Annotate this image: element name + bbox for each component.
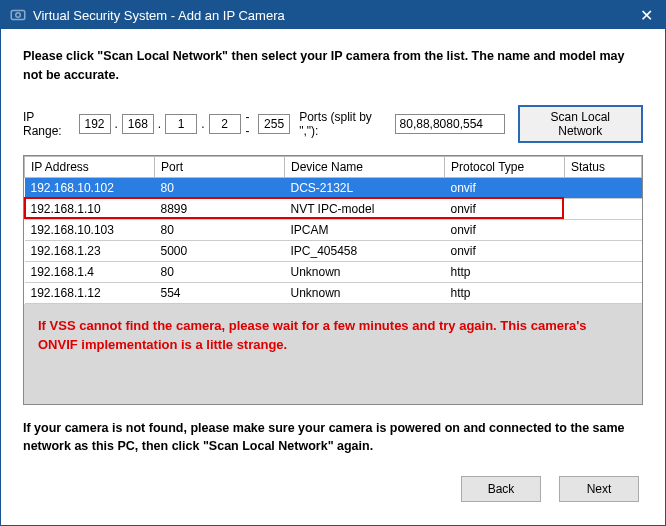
cell-status bbox=[565, 261, 642, 282]
cell-ip: 192.168.10.103 bbox=[25, 219, 155, 240]
svg-rect-0 bbox=[11, 11, 25, 20]
cell-device: DCS-2132L bbox=[285, 177, 445, 198]
warning-note: If VSS cannot find the camera, please wa… bbox=[38, 316, 628, 355]
table-row[interactable]: 192.168.1.108899NVT IPC-modelonvif bbox=[25, 198, 642, 219]
camera-table-container: IP Address Port Device Name Protocol Typ… bbox=[23, 155, 643, 405]
ip-range-label: IP Range: bbox=[23, 110, 74, 138]
table-header-row: IP Address Port Device Name Protocol Typ… bbox=[25, 156, 642, 177]
cell-port: 8899 bbox=[155, 198, 285, 219]
dot: . bbox=[114, 117, 119, 131]
cell-ip: 192.168.1.23 bbox=[25, 240, 155, 261]
table-row[interactable]: 192.168.1.12554Unknownhttp bbox=[25, 282, 642, 303]
dot: . bbox=[157, 117, 162, 131]
svg-point-1 bbox=[16, 13, 21, 18]
cell-port: 554 bbox=[155, 282, 285, 303]
cell-ip: 192.168.1.4 bbox=[25, 261, 155, 282]
cell-proto: http bbox=[445, 282, 565, 303]
ports-input[interactable] bbox=[395, 114, 505, 134]
ip-range-row: IP Range: . . . -- Ports (split by ","):… bbox=[23, 105, 643, 143]
col-header-proto[interactable]: Protocol Type bbox=[445, 156, 565, 177]
cell-port: 80 bbox=[155, 261, 285, 282]
footer-instruction: If your camera is not found, please make… bbox=[23, 419, 643, 457]
dot: . bbox=[200, 117, 205, 131]
table-row[interactable]: 192.168.10.10280DCS-2132Lonvif bbox=[25, 177, 642, 198]
table-row[interactable]: 192.168.1.235000IPC_405458onvif bbox=[25, 240, 642, 261]
cell-device: Unknown bbox=[285, 261, 445, 282]
col-header-device[interactable]: Device Name bbox=[285, 156, 445, 177]
table-row[interactable]: 192.168.1.480Unknownhttp bbox=[25, 261, 642, 282]
cell-device: IPCAM bbox=[285, 219, 445, 240]
cell-proto: onvif bbox=[445, 177, 565, 198]
next-button[interactable]: Next bbox=[559, 476, 639, 502]
cell-status bbox=[565, 282, 642, 303]
cell-status bbox=[565, 219, 642, 240]
cell-port: 80 bbox=[155, 219, 285, 240]
col-header-port[interactable]: Port bbox=[155, 156, 285, 177]
cell-proto: http bbox=[445, 261, 565, 282]
app-icon bbox=[9, 6, 27, 24]
ip-octet-1[interactable] bbox=[79, 114, 111, 134]
cell-ip: 192.168.10.102 bbox=[25, 177, 155, 198]
back-button[interactable]: Back bbox=[461, 476, 541, 502]
cell-status bbox=[565, 177, 642, 198]
cell-proto: onvif bbox=[445, 219, 565, 240]
titlebar: Virtual Security System - Add an IP Came… bbox=[1, 1, 665, 29]
cell-status bbox=[565, 240, 642, 261]
ip-octet-3[interactable] bbox=[165, 114, 197, 134]
camera-table: IP Address Port Device Name Protocol Typ… bbox=[24, 156, 642, 304]
ip-octet-2[interactable] bbox=[122, 114, 154, 134]
table-row[interactable]: 192.168.10.10380IPCAMonvif bbox=[25, 219, 642, 240]
note-area: If VSS cannot find the camera, please wa… bbox=[24, 304, 642, 363]
cell-proto: onvif bbox=[445, 240, 565, 261]
ip-octet-4-start[interactable] bbox=[209, 114, 241, 134]
col-header-status[interactable]: Status bbox=[565, 156, 642, 177]
cell-status bbox=[565, 198, 642, 219]
content-area: Please click "Scan Local Network" then s… bbox=[1, 29, 665, 512]
cell-device: NVT IPC-model bbox=[285, 198, 445, 219]
cell-ip: 192.168.1.10 bbox=[25, 198, 155, 219]
cell-ip: 192.168.1.12 bbox=[25, 282, 155, 303]
ip-octet-4-end[interactable] bbox=[258, 114, 290, 134]
window-title: Virtual Security System - Add an IP Came… bbox=[33, 8, 636, 23]
cell-port: 5000 bbox=[155, 240, 285, 261]
instruction-text: Please click "Scan Local Network" then s… bbox=[23, 47, 643, 85]
col-header-ip[interactable]: IP Address bbox=[25, 156, 155, 177]
close-icon[interactable]: ✕ bbox=[636, 6, 657, 25]
cell-port: 80 bbox=[155, 177, 285, 198]
cell-proto: onvif bbox=[445, 198, 565, 219]
cell-device: Unknown bbox=[285, 282, 445, 303]
scan-local-network-button[interactable]: Scan Local Network bbox=[518, 105, 643, 143]
range-separator: -- bbox=[244, 110, 256, 138]
footer-buttons: Back Next bbox=[23, 476, 643, 502]
cell-device: IPC_405458 bbox=[285, 240, 445, 261]
ports-label: Ports (split by ","): bbox=[299, 110, 389, 138]
